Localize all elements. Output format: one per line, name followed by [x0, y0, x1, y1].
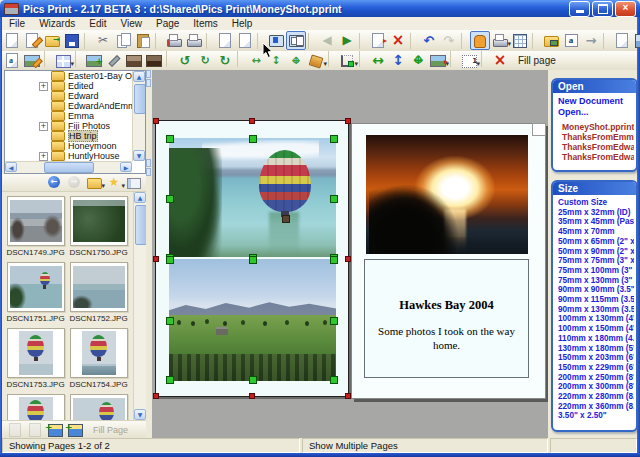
image-frame-button[interactable]: [428, 51, 448, 70]
print-button[interactable]: [164, 31, 184, 50]
tree-folder[interactable]: Honeymoon: [5, 141, 133, 151]
document-canvas[interactable]: Hawkes Bay 2004 Some photos I took on th…: [152, 70, 548, 438]
page-curl-icon[interactable]: [532, 123, 546, 136]
recent-file-link[interactable]: ThanksFromEmma.p: [558, 132, 634, 142]
space-vertical-button[interactable]: [266, 51, 286, 70]
tree-horizontal-scrollbar[interactable]: ◀ ▶: [5, 161, 132, 173]
menu-item[interactable]: Help: [225, 18, 260, 29]
size-option[interactable]: 3.50" x 2.50": [558, 411, 634, 421]
thumbnail[interactable]: [4, 394, 67, 420]
menu-item[interactable]: Items: [186, 18, 224, 29]
new-document-button[interactable]: [2, 31, 22, 50]
scroll-up-icon[interactable]: ▲: [133, 71, 145, 82]
scroll-down-icon[interactable]: ▼: [133, 150, 145, 161]
extract-page-button[interactable]: [368, 31, 388, 50]
split-view-button[interactable]: [632, 31, 640, 50]
photo-balloon-lake[interactable]: [169, 138, 336, 257]
cut-button[interactable]: [93, 31, 113, 50]
title-bar[interactable]: Pics Print - 2.17 BETA 3 : d:\Shared\Pic…: [0, 0, 640, 17]
add-image-button[interactable]: [84, 51, 104, 70]
size-option[interactable]: 75mm x 75mm (3" x 3: [558, 256, 634, 266]
fit-page-button[interactable]: [408, 51, 428, 70]
tree-folder[interactable]: EdwardAndEmma: [5, 101, 133, 111]
size-option[interactable]: Custom Size: [558, 198, 634, 208]
size-option[interactable]: 45mm x 70mm: [558, 227, 634, 237]
thumbnail-scrollbar[interactable]: ▲ ▼: [133, 192, 146, 420]
favorites-button[interactable]: [104, 173, 124, 192]
thumbnail[interactable]: DSCN1754.JPG: [67, 328, 130, 394]
size-option[interactable]: 100mm x 150mm (4": [558, 324, 634, 334]
new-page-button[interactable]: [215, 31, 235, 50]
maximize-button[interactable]: [592, 1, 613, 17]
tree-folder[interactable]: Edited: [5, 81, 133, 91]
expander-icon[interactable]: [39, 122, 48, 131]
hand-tool-button[interactable]: [470, 31, 490, 50]
scroll-left-icon[interactable]: ◀: [5, 162, 17, 172]
page-layout-button[interactable]: [53, 51, 73, 70]
fill-color-button[interactable]: [306, 51, 326, 70]
menu-item[interactable]: File: [2, 18, 32, 29]
thumbnail[interactable]: DSCN1749.JPG: [4, 196, 67, 262]
tree-folder[interactable]: HuntlyHouse: [5, 151, 133, 161]
size-option[interactable]: 200mm x 300mm (8": [558, 382, 634, 392]
scroll-down-icon[interactable]: ▼: [134, 409, 146, 420]
open-pane-link[interactable]: Open...: [558, 107, 634, 118]
caption-text-box[interactable]: Hawkes Bay 2004 Some photos I took on th…: [364, 259, 529, 378]
image-borders-button[interactable]: [124, 51, 144, 70]
add-images-all-button[interactable]: [65, 420, 85, 439]
size-option[interactable]: 150mm x 203mm (6": [558, 353, 634, 363]
tree-folder[interactable]: Edward: [5, 91, 133, 101]
add-images-button[interactable]: [45, 420, 65, 439]
space-both-button[interactable]: [286, 51, 306, 70]
previous-page-button[interactable]: [317, 31, 337, 50]
redo-button[interactable]: [439, 31, 459, 50]
crop-button[interactable]: [337, 51, 357, 70]
expander-icon[interactable]: [39, 152, 48, 161]
size-option[interactable]: 50mm x 65mm (2" x 2: [558, 237, 634, 247]
page-2[interactable]: Hawkes Bay 2004 Some photos I took on th…: [351, 123, 546, 399]
rotate-left-button[interactable]: [175, 51, 195, 70]
thumbnail[interactable]: DSCN1753.JPG: [4, 328, 67, 394]
nav-back-button[interactable]: [44, 173, 64, 192]
recent-file-link[interactable]: MoneyShot.pprint: [558, 122, 634, 132]
scroll-right-icon[interactable]: ▶: [120, 162, 132, 172]
open-pane-link[interactable]: New Document: [558, 96, 634, 107]
text-label-button[interactable]: [561, 31, 581, 50]
paste-button[interactable]: [133, 31, 153, 50]
page-into-button[interactable]: [5, 420, 25, 439]
thumbnail[interactable]: DSCN1750.JPG: [67, 196, 130, 262]
menu-item[interactable]: Page: [149, 18, 186, 29]
tree-folder[interactable]: Emma: [5, 111, 133, 121]
menu-item[interactable]: Edit: [82, 18, 113, 29]
undo-button[interactable]: [419, 31, 439, 50]
save-button[interactable]: [62, 31, 82, 50]
send-mail-button[interactable]: [581, 31, 601, 50]
image-effects-button[interactable]: [22, 51, 42, 70]
size-option[interactable]: 110mm x 180mm (4.5: [558, 334, 634, 344]
calculator-button[interactable]: [510, 31, 530, 50]
menu-item[interactable]: View: [113, 18, 149, 29]
fit-width-button[interactable]: [368, 51, 388, 70]
folder-up-button[interactable]: [84, 173, 104, 192]
size-option[interactable]: 90mm x 130mm (3.5": [558, 305, 634, 315]
size-option[interactable]: 75mm x 130mm (3" x: [558, 276, 634, 286]
thumbnail[interactable]: DSCN1752.JPG: [67, 262, 130, 328]
scroll-up-icon[interactable]: ▲: [134, 192, 146, 203]
next-page-button[interactable]: [337, 31, 357, 50]
close-button[interactable]: ×: [615, 1, 636, 17]
duplicate-page-button[interactable]: [235, 31, 255, 50]
size-option[interactable]: 90mm x 90mm (3.5"): [558, 285, 634, 295]
page-1[interactable]: [155, 120, 349, 397]
tree-vertical-scrollbar[interactable]: ▲ ▼: [132, 71, 145, 161]
menu-item[interactable]: Wizards: [32, 18, 82, 29]
page-into2-button[interactable]: [25, 420, 45, 439]
size-option[interactable]: 25mm x 32mm (ID): [558, 208, 634, 218]
size-option[interactable]: 35mm x 45mm (Pass: [558, 217, 634, 227]
open-button[interactable]: [42, 31, 62, 50]
rotate-right-button[interactable]: [215, 51, 235, 70]
image-folder-button[interactable]: [541, 31, 561, 50]
blank-page-button[interactable]: [612, 31, 632, 50]
view-single-page-button[interactable]: [266, 31, 286, 50]
photo-sunset[interactable]: [366, 135, 528, 254]
thumbnail[interactable]: DSCN1751.JPG: [4, 262, 67, 328]
